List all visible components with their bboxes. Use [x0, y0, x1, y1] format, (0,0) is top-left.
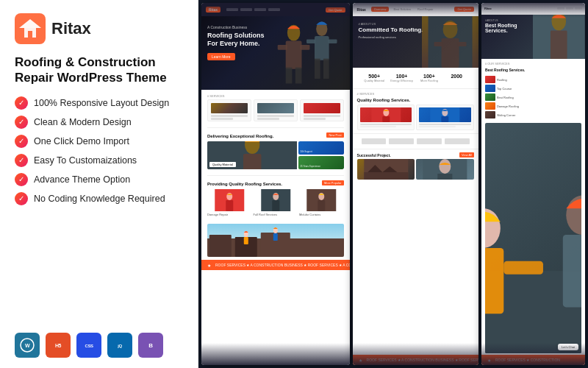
chat-bubble[interactable]: Let's Chat	[558, 344, 578, 350]
badge-jquery: jQ	[107, 333, 132, 358]
stat-quality: 500+ Quality Material	[362, 74, 387, 82]
services-grid	[207, 189, 344, 211]
svg-rect-18	[306, 39, 315, 43]
check-icon: ✓	[15, 154, 28, 167]
svg-rect-14	[285, 68, 292, 84]
preview3-hero-content: # ABOUT US Best RoofingServices.	[485, 19, 517, 33]
sub-img-label: 24h Support	[300, 150, 312, 153]
card-image	[257, 103, 294, 113]
brand-logo-icon	[15, 13, 46, 44]
svg-text:B: B	[148, 342, 153, 349]
svg-rect-27	[226, 200, 233, 211]
card-text-line	[257, 115, 294, 117]
service-name: Best Roofing	[497, 96, 514, 99]
svg-rect-42	[273, 233, 278, 241]
svg-rect-53	[442, 116, 449, 122]
preview3-nav-links	[557, 7, 582, 10]
check-icon: ✓	[15, 96, 28, 110]
svg-rect-12	[277, 45, 287, 50]
preview1-nav: Ritax Get Quote	[201, 3, 350, 16]
ticker-star-2: ★	[359, 358, 362, 363]
card-image	[211, 103, 248, 113]
service-list-item: Roofing	[485, 76, 581, 83]
preview3-nav: Ritax	[481, 3, 585, 15]
preview1-hero-btn: Learn More	[207, 53, 235, 60]
right-panel: Ritax Get Quote	[198, 0, 588, 368]
section-label: # SERVICES	[207, 94, 344, 98]
projects-badge: View All	[459, 152, 474, 158]
svg-rect-21	[323, 59, 329, 79]
service-name: Roofing	[497, 78, 507, 82]
service-list-item: Damage Roofing	[485, 102, 581, 110]
feature-item: ✓ 100% Responsive Layout Design	[15, 96, 183, 110]
ticker-star: ★	[207, 263, 211, 268]
preview-column-3: Ritax # ABOUT US Best RoofingServices.	[481, 3, 585, 365]
service-card	[207, 99, 251, 121]
svg-rect-33	[318, 200, 325, 211]
nav-link-bar	[575, 7, 582, 10]
service-label: Full Roof Services	[254, 213, 298, 216]
logo-area: Ritax	[15, 13, 183, 44]
service-card	[254, 99, 298, 121]
feature-item: ✓ Advance Theme Option	[15, 173, 183, 186]
service-item	[416, 105, 474, 130]
svg-rect-13	[300, 45, 309, 50]
stat-years: 2000	[444, 74, 470, 82]
preview2-hero-image	[422, 16, 478, 68]
service-thumb	[485, 93, 495, 101]
preview3-services: # OUR SERVICES Best Roofing Services. Ro…	[481, 59, 585, 121]
section2-sub-images: 24h Support 25 Years Experience	[298, 141, 343, 169]
tab-best-solution: Best Solution	[391, 7, 413, 12]
svg-rect-36	[209, 235, 232, 257]
preview-column-1: Ritax Get Quote	[201, 3, 350, 365]
section2-images: Quality Material 24h Support 25 Years Ex…	[207, 141, 344, 169]
landscape-photo	[207, 224, 344, 257]
tech-badges: W H5 CSS jQ B	[15, 333, 183, 358]
svg-rect-11	[285, 41, 301, 69]
stat-more: 100+ More Roofing	[416, 74, 442, 82]
svg-rect-20	[315, 59, 320, 79]
service-name: Sliding Corner	[497, 113, 515, 117]
partner-logo	[362, 138, 387, 144]
divider	[207, 127, 344, 128]
badge-html5: H5	[46, 333, 71, 358]
service-thumb	[485, 76, 495, 83]
partner-logo	[445, 138, 470, 144]
card-text-line-short	[211, 118, 233, 120]
service-grid-item	[299, 189, 344, 211]
nav-link-bar	[566, 7, 573, 10]
features-list: ✓ 100% Responsive Layout Design ✓ Clean …	[15, 96, 183, 320]
preview3-services-title: Best Roofing Services.	[485, 68, 581, 72]
badge-wordpress: W	[15, 333, 40, 358]
divider	[207, 175, 344, 176]
svg-rect-17	[315, 36, 329, 60]
brand-name: Ritax	[51, 19, 91, 38]
svg-rect-69	[563, 235, 581, 307]
stat-label: Energy Efficiency	[389, 79, 415, 82]
ticker-text-3: ROOF SERVICES ★ CONSTRUCTION	[495, 358, 560, 362]
preview1-nav-logo: Ritax	[206, 7, 220, 13]
card-text-line	[211, 115, 248, 117]
feature-label: 100% Responsive Layout Design	[34, 98, 169, 108]
project-item	[357, 159, 415, 180]
preview2-hero-label: # ABOUT US	[359, 22, 423, 26]
preview2-cta: Get Quote	[454, 7, 473, 12]
services-list: Roofing Top Course Best Roofing Dam	[485, 76, 581, 118]
service-card	[300, 99, 344, 121]
preview2-stats: 500+ Quality Material 100+ Energy Effici…	[353, 68, 478, 89]
preview3-ticker: ★ ROOF SERVICES ★ CONSTRUCTION	[481, 355, 585, 365]
feature-label: One Click Demo Import	[34, 136, 129, 146]
stat-num: 2000	[444, 74, 470, 79]
feature-label: Advance Theme Option	[34, 174, 130, 185]
stat-label: Quality Material	[362, 79, 387, 82]
service-labels: Damage Repair Full Roof Services Midular…	[207, 213, 344, 216]
check-icon: ✓	[15, 192, 28, 205]
stat-energy: 100+ Energy Efficiency	[389, 74, 415, 82]
preview2-hero-desc: Professional roofing services	[359, 35, 423, 39]
preview2-hero-content: # ABOUT US Committed To Roofing. Profess…	[359, 22, 423, 39]
preview3-bottom-image: Let's Chat	[485, 123, 581, 353]
service-label: Midular Curtains	[299, 213, 344, 216]
svg-rect-3	[28, 31, 32, 38]
svg-rect-50	[382, 116, 390, 122]
text-line	[360, 124, 412, 125]
